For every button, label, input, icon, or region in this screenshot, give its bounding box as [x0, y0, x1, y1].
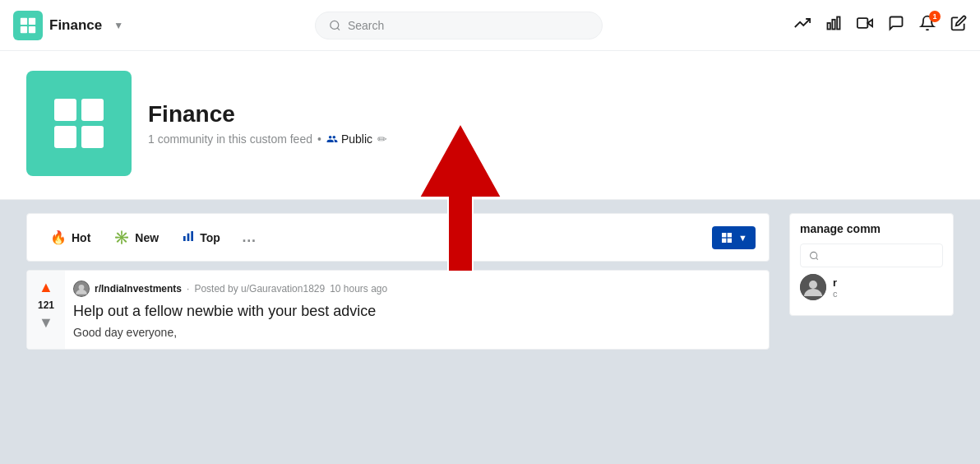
- community-name: r: [833, 276, 838, 289]
- notification-badge: 1: [929, 11, 941, 22]
- vote-count: 121: [38, 299, 54, 311]
- sidebar-search-input[interactable]: [824, 249, 934, 262]
- nav-icon-group: 1: [794, 15, 967, 35]
- chat-icon[interactable]: [888, 15, 904, 35]
- post-card: ▲ 121 ▼ r/IndiaInvestments · Posted by u…: [26, 270, 770, 350]
- posted-by-separator: ·: [187, 283, 189, 295]
- svg-rect-16: [183, 236, 186, 241]
- community-info: r c: [833, 276, 838, 299]
- edit-pencil-icon[interactable]: ✏: [377, 132, 387, 146]
- hot-icon: 🔥: [50, 230, 67, 245]
- svg-point-4: [331, 21, 339, 29]
- top-navigation: Finance ▼: [0, 0, 980, 51]
- svg-rect-6: [827, 23, 830, 30]
- downvote-button[interactable]: ▼: [39, 314, 53, 332]
- community-logo: [26, 71, 132, 176]
- subreddit-icon: [73, 281, 90, 297]
- svg-rect-17: [187, 233, 190, 240]
- notification-bell-icon[interactable]: 1: [919, 15, 936, 35]
- top-label: Top: [200, 231, 220, 244]
- video-icon[interactable]: [857, 15, 873, 35]
- top-icon: [182, 230, 195, 246]
- community-avatar-icon: [800, 274, 826, 300]
- hot-label: Hot: [72, 231, 90, 244]
- brand-name: Finance: [49, 17, 102, 34]
- sidebar-search-icon: [809, 250, 819, 262]
- community-logo-icon: [49, 94, 109, 153]
- public-label: Public: [341, 132, 372, 146]
- filter-bar: 🔥 Hot ✳️ New Top … ▼: [26, 213, 770, 262]
- public-badge: Public: [326, 132, 372, 146]
- svg-rect-8: [837, 17, 839, 30]
- post-meta: r/IndiaInvestments · Posted by u/Gaurava…: [73, 281, 759, 297]
- more-filter-button[interactable]: …: [233, 222, 265, 253]
- sidebar: manage comm: [789, 213, 954, 350]
- post-preview-text: Good day everyone,: [73, 326, 759, 339]
- hero-section: Finance 1 community in this custom feed …: [0, 51, 980, 200]
- community-avatar: [800, 274, 826, 300]
- svg-point-24: [79, 285, 85, 290]
- hero-info: Finance 1 community in this custom feed …: [148, 101, 387, 146]
- svg-line-5: [337, 27, 340, 30]
- top-filter-button[interactable]: Top: [172, 223, 230, 253]
- community-meta: 1 community in this custom feed • Public…: [148, 132, 387, 146]
- svg-rect-20: [728, 233, 732, 237]
- svg-rect-14: [81, 126, 104, 148]
- brand-dropdown-arrow[interactable]: ▼: [113, 20, 123, 31]
- svg-rect-7: [832, 20, 834, 30]
- search-input[interactable]: [348, 19, 589, 32]
- svg-line-26: [816, 258, 818, 259]
- meta-separator: •: [317, 132, 321, 146]
- svg-rect-21: [722, 238, 726, 242]
- subreddit-avatar-svg: [73, 281, 90, 297]
- svg-point-25: [811, 252, 817, 258]
- meta-text: 1 community in this custom feed: [148, 132, 312, 146]
- edit-icon[interactable]: [950, 15, 967, 35]
- community-list-item[interactable]: r c: [800, 267, 943, 307]
- content-area: 🔥 Hot ✳️ New Top … ▼: [0, 200, 980, 363]
- sidebar-title: manage comm: [800, 222, 943, 235]
- svg-rect-0: [21, 17, 27, 24]
- view-toggle-chevron: ▼: [738, 233, 747, 243]
- svg-point-28: [809, 281, 817, 289]
- public-icon: [326, 133, 338, 145]
- search-area: [315, 12, 603, 39]
- svg-rect-11: [54, 99, 76, 121]
- svg-rect-22: [728, 238, 732, 242]
- new-icon: ✳️: [113, 230, 130, 245]
- posted-by-text: Posted by u/Gauravation1829: [194, 283, 325, 295]
- chart-bar-icon[interactable]: [825, 15, 842, 35]
- post-body: r/IndiaInvestments · Posted by u/Gaurava…: [65, 271, 769, 349]
- brand-icon[interactable]: [13, 11, 43, 40]
- svg-rect-3: [29, 26, 35, 32]
- upvote-button[interactable]: ▲: [39, 279, 53, 296]
- svg-rect-12: [81, 99, 104, 121]
- svg-rect-2: [21, 26, 27, 32]
- svg-rect-18: [191, 231, 193, 241]
- feed-section: 🔥 Hot ✳️ New Top … ▼: [26, 213, 770, 350]
- hot-filter-button[interactable]: 🔥 Hot: [40, 223, 100, 252]
- sidebar-card: manage comm: [789, 213, 954, 316]
- vote-column: ▲ 121 ▼: [27, 271, 65, 349]
- new-filter-button[interactable]: ✳️ New: [104, 223, 169, 252]
- new-label: New: [135, 231, 159, 244]
- svg-rect-13: [54, 126, 76, 148]
- search-box[interactable]: [315, 12, 603, 39]
- post-time: 10 hours ago: [330, 283, 387, 295]
- search-icon: [329, 19, 341, 32]
- subreddit-name[interactable]: r/IndiaInvestments: [95, 283, 182, 295]
- trending-icon[interactable]: [794, 15, 811, 35]
- brand-logo-svg: [19, 16, 37, 35]
- community-title: Finance: [148, 101, 387, 128]
- community-meta: c: [833, 289, 838, 299]
- view-toggle-button[interactable]: ▼: [712, 226, 756, 249]
- svg-rect-10: [858, 18, 868, 28]
- sidebar-search-box[interactable]: [800, 244, 943, 267]
- post-title[interactable]: Help out a fellow newbie with your best …: [73, 302, 759, 321]
- svg-rect-1: [29, 17, 35, 24]
- svg-rect-19: [722, 233, 726, 237]
- view-toggle-icon: [720, 231, 733, 244]
- brand-area: Finance ▼: [13, 11, 123, 40]
